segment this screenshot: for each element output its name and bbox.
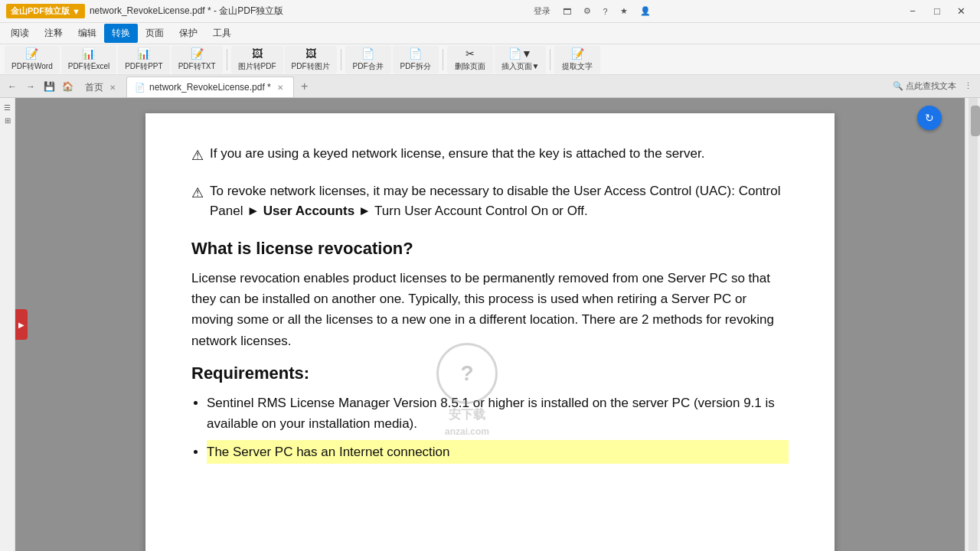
warning-text-2: To revoke network licenses, it may be ne… [210, 181, 789, 220]
tab-bar: ← → 💾 🏠 首页 ✕ 📄 network_RevokeLicense.pdf… [0, 75, 980, 98]
tab-document-label: network_RevokeLicense.pdf * [149, 82, 271, 93]
nav-home-button[interactable]: 🏠 [58, 75, 77, 97]
tool-pdf-to-excel[interactable]: 📊 PDF转Excel [61, 46, 116, 73]
menu-convert[interactable]: 转换 [104, 24, 138, 43]
tab-home-close[interactable]: ✕ [107, 83, 118, 93]
window-controls: − □ ✕ [900, 0, 974, 23]
extract-text-icon: 📝 [571, 47, 584, 60]
tool-delete-page[interactable]: ✂ 删除页面 [447, 46, 493, 73]
tool-img-to-pdf[interactable]: 🖼 图片转PDF [231, 46, 283, 73]
requirements-heading: Requirements: [191, 364, 789, 383]
logo-dropdown-icon: ▼ [72, 7, 80, 16]
minimize-button[interactable]: − [900, 0, 925, 23]
floating-arrow-icon: ▶ [18, 321, 24, 329]
requirement-item-1: Sentinel RMS License Manager Version 8.5… [207, 393, 789, 434]
tool-pdf-to-ppt[interactable]: 📊 PDF转PPT [118, 46, 169, 73]
tab-home[interactable]: 首页 ✕ [77, 77, 126, 97]
nav-back-button[interactable]: ← [3, 75, 21, 97]
search-button[interactable]: 🔍 点此查找文本 [891, 79, 958, 93]
section-revocation-body: License revocation enables product licen… [191, 268, 789, 351]
menu-edit[interactable]: 编辑 [70, 24, 104, 43]
sync-icon: ↻ [925, 112, 934, 124]
toolbar-separator-2 [341, 49, 341, 70]
tab-document-close[interactable]: ✕ [275, 83, 286, 93]
pdf-split-icon: 📄 [409, 47, 422, 60]
pdf-to-word-icon: 📝 [25, 47, 38, 60]
app-logo[interactable]: 金山PDF独立版 ▼ [6, 4, 85, 18]
insert-page-icon: 📄▼ [508, 47, 532, 60]
logo-text: 金山PDF独立版 [11, 5, 70, 17]
more-options-button[interactable]: ⋮ [962, 80, 974, 93]
requirements-list: Sentinel RMS License Manager Version 8.5… [207, 393, 789, 465]
tool-extract-text[interactable]: 📝 提取文字 [554, 46, 600, 73]
pdf-to-ppt-icon: 📊 [137, 47, 150, 60]
maximize-button[interactable]: □ [925, 0, 949, 23]
close-button[interactable]: ✕ [949, 0, 974, 23]
menu-page[interactable]: 页面 [138, 24, 172, 43]
sync-button[interactable]: ↻ [917, 106, 942, 130]
toolbar: 📝 PDF转Word 📊 PDF转Excel 📊 PDF转PPT 📝 PDF转T… [0, 44, 980, 75]
member-icon[interactable]: 👤 [637, 5, 654, 18]
toolbar-separator-3 [443, 49, 443, 70]
warning-block-2: ⚠ To revoke network licenses, it may be … [191, 181, 789, 220]
tool-pdf-to-img[interactable]: 🖼 PDF转图片 [285, 46, 337, 73]
window-title: network_RevokeLicense.pdf * - 金山PDF独立版 [90, 5, 283, 18]
warning-line-2: ⚠ To revoke network licenses, it may be … [191, 181, 789, 220]
minimize-window-button[interactable]: 🗖 [560, 5, 574, 18]
sidebar-thumbnail-icon[interactable]: ⊞ [2, 114, 13, 127]
floating-sidebar-toggle[interactable]: ▶ [15, 309, 28, 340]
warning-icon-1: ⚠ [191, 145, 204, 166]
menu-tools[interactable]: 工具 [205, 24, 239, 43]
pdf-to-excel-icon: 📊 [82, 47, 95, 60]
tool-insert-page[interactable]: 📄▼ 插入页面▼ [495, 46, 547, 73]
warning-text-1: If you are using a keyed network license… [210, 144, 789, 164]
add-tab-button[interactable]: + [296, 75, 314, 97]
tab-document[interactable]: 📄 network_RevokeLicense.pdf * ✕ [126, 77, 294, 97]
menu-annotate[interactable]: 注释 [37, 24, 70, 43]
question-icon[interactable]: ? [600, 5, 611, 18]
warning-icon-2: ⚠ [191, 183, 204, 204]
title-bar-left: 金山PDF独立版 ▼ network_RevokeLicense.pdf * -… [6, 4, 283, 18]
title-bar-actions: 登录 🗖 ⚙ ? ★ 👤 [531, 4, 654, 18]
tool-pdf-to-word[interactable]: 📝 PDF转Word [5, 46, 60, 73]
scrollbar-thumb[interactable] [971, 106, 980, 136]
tab-right-controls: 🔍 点此查找文本 ⋮ [891, 75, 977, 97]
delete-page-icon: ✂ [466, 47, 475, 60]
toolbar-separator-1 [227, 49, 227, 70]
vip-icon[interactable]: ★ [617, 5, 631, 18]
pdf-scroll-container[interactable]: ⚠ If you are using a keyed network licen… [15, 98, 965, 551]
pdf-to-txt-icon: 📝 [191, 47, 204, 60]
pdf-viewer: ↻ ▶ ⚠ If you are using a keyed network l… [15, 98, 965, 551]
title-bar: 金山PDF独立版 ▼ network_RevokeLicense.pdf * -… [0, 0, 980, 23]
add-tab-icon: + [301, 80, 308, 93]
menu-protect[interactable]: 保护 [172, 24, 205, 43]
left-sidebar: ☰ ⊞ [0, 98, 15, 551]
warning-line-1: ⚠ If you are using a keyed network licen… [191, 144, 789, 166]
login-button[interactable]: 登录 [531, 4, 554, 18]
tool-pdf-to-txt[interactable]: 📝 PDF转TXT [172, 46, 223, 73]
img-to-pdf-icon: 🖼 [252, 47, 263, 60]
requirement-item-2: The Server PC has an Internet connection [207, 440, 789, 464]
menu-read[interactable]: 阅读 [3, 24, 37, 43]
tool-pdf-split[interactable]: 📄 PDF拆分 [393, 46, 439, 73]
nav-save-button[interactable]: 💾 [40, 75, 58, 97]
pdf-to-img-icon: 🖼 [305, 47, 316, 60]
pdf-merge-icon: 📄 [361, 47, 374, 60]
scrollbar-track [969, 98, 978, 551]
menu-bar: 阅读 注释 编辑 转换 页面 保护 工具 [0, 23, 980, 44]
section-revocation-heading: What is license revocation? [191, 239, 789, 259]
warning-block-1: ⚠ If you are using a keyed network licen… [191, 144, 789, 166]
scrollbar-area [965, 98, 980, 551]
toolbar-separator-4 [550, 49, 550, 70]
nav-forward-button[interactable]: → [21, 75, 40, 97]
main-area: ☰ ⊞ ↻ ▶ ⚠ If you are using a keyed netwo… [0, 98, 980, 551]
sidebar-nav-icon[interactable]: ☰ [2, 101, 13, 114]
tab-home-label: 首页 [85, 81, 103, 94]
pdf-tab-icon: 📄 [135, 83, 145, 93]
tool-pdf-merge[interactable]: 📄 PDF合并 [345, 46, 391, 73]
pdf-page: ⚠ If you are using a keyed network licen… [145, 113, 835, 551]
settings-icon[interactable]: ⚙ [580, 5, 594, 18]
